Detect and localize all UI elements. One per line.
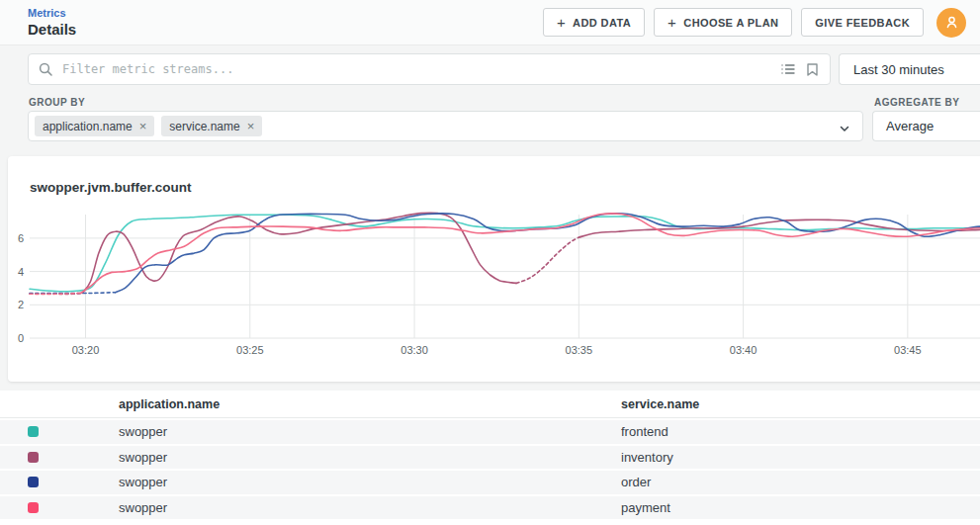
aggregate-by-value: Average [886,119,934,133]
plus-icon: + [557,14,566,31]
time-range-select[interactable]: Last 30 minutes [839,53,980,85]
search-icon [39,62,52,76]
series-line [81,214,980,294]
series-color-swatch [28,452,39,463]
header-actions: +ADD DATA +CHOOSE A PLAN GIVE FEEDBACK [543,8,924,37]
table-row[interactable]: swopper order [0,471,980,494]
series-line [30,215,980,292]
column-header-application: application.name [119,397,621,411]
bookmark-icon[interactable] [807,63,818,76]
plus-icon: + [668,14,676,31]
group-by-tag[interactable]: service.name× [161,116,262,136]
filter-inline-icons [781,63,820,76]
x-tick-label: 03:45 [894,344,922,356]
series-color-swatch [28,502,39,513]
header-button[interactable]: GIVE FEEDBACK [801,8,924,37]
table-row[interactable]: swopper frontend [0,420,980,444]
chart-card: swopper.jvm.buffer.count 024603:2003:250… [8,156,980,382]
metric-line-chart[interactable]: 024603:2003:2503:3003:3503:4003:45 [8,203,980,373]
x-tick-label: 03:30 [401,344,428,356]
x-tick-label: 03:40 [730,344,757,356]
y-tick-label: 6 [18,232,24,244]
chevron-down-icon[interactable] [839,121,850,138]
breadcrumb[interactable]: Metrics [28,7,543,20]
aggregate-by-select[interactable]: Average [872,111,980,141]
avatar[interactable] [936,8,966,38]
series-color-swatch [28,426,39,437]
series-line [516,237,579,283]
column-header-service: service.name [621,397,980,411]
chart-title: swopper.jvm.buffer.count [30,180,192,195]
series-color-swatch [28,477,39,487]
time-range-value: Last 30 minutes [853,62,944,77]
x-tick-label: 03:25 [236,344,264,356]
table-row[interactable]: swopper inventory [0,446,980,470]
series-line [116,214,980,293]
table-row[interactable]: swopper payment [0,496,980,520]
aggregate-by-label: AGGREGATE BY [874,97,959,108]
y-tick-label: 4 [18,266,24,278]
facet-table: application.name service.name swopper fr… [0,391,980,525]
remove-tag-icon[interactable]: × [139,120,147,132]
x-tick-label: 03:35 [566,344,593,356]
table-body: swopper frontend swopper inventory swopp… [0,420,980,519]
y-tick-label: 2 [18,299,24,310]
page-title: Details [28,21,543,38]
top-header: Metrics Details +ADD DATA +CHOOSE A PLAN… [0,0,980,45]
group-by-label: GROUP BY [29,97,85,108]
search-input[interactable] [60,61,781,77]
filter-bar: Last 30 minutes [28,53,980,85]
group-by-input[interactable]: application.name× service.name× [28,111,863,141]
series-line [30,294,81,295]
metric-filter-box [28,53,831,85]
list-icon[interactable] [781,63,795,75]
breadcrumb-block: Metrics Details [28,7,543,38]
remove-tag-icon[interactable]: × [247,120,255,132]
group-by-tag[interactable]: application.name× [35,116,154,136]
series-line [82,213,516,293]
user-icon [944,15,959,30]
header-button[interactable]: +ADD DATA [543,8,645,37]
table-header-row: application.name service.name [0,391,980,418]
y-tick-label: 0 [18,332,24,344]
x-tick-label: 03:20 [72,344,100,356]
group-by-tags: application.name× service.name× [35,116,262,136]
header-button[interactable]: +CHOOSE A PLAN [654,8,792,37]
